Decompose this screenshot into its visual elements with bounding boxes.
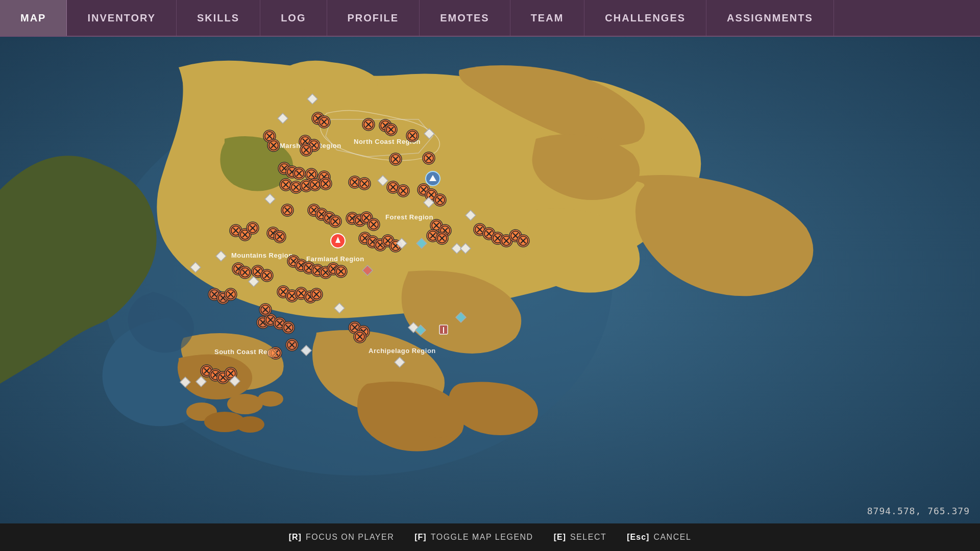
svg-point-6 <box>236 416 264 433</box>
navbar: MAP INVENTORY SKILLS LOG PROFILE EMOTES … <box>0 0 980 37</box>
svg-point-356 <box>267 348 277 358</box>
map-svg: North Coast Region Marshland Region Fore… <box>0 37 980 523</box>
svg-point-2 <box>227 394 263 414</box>
hotkey-cancel: [Esc] CANCEL <box>627 533 691 542</box>
nav-inventory[interactable]: INVENTORY <box>67 0 177 36</box>
nav-emotes[interactable]: EMOTES <box>420 0 510 36</box>
svg-text:Archipelago Region: Archipelago Region <box>369 347 436 355</box>
nav-map[interactable]: MAP <box>0 0 67 36</box>
nav-skills[interactable]: SKILLS <box>177 0 260 36</box>
svg-text:Farmland Region: Farmland Region <box>306 255 364 263</box>
nav-profile[interactable]: PROFILE <box>327 0 420 36</box>
hotkey-select: [E] SELECT <box>554 533 607 542</box>
nav-assignments[interactable]: ASSIGNMENTS <box>706 0 834 36</box>
hotkey-toggle-legend: [F] TOGGLE MAP LEGEND <box>414 533 533 542</box>
hotkey-focus-player: [R] FOCUS ON PLAYER <box>289 533 395 542</box>
bottom-bar: [R] FOCUS ON PLAYER [F] TOGGLE MAP LEGEN… <box>0 523 980 551</box>
svg-text:Forest Region: Forest Region <box>385 213 433 221</box>
svg-text:Mountains Region: Mountains Region <box>231 252 293 259</box>
map-container[interactable]: North Coast Region Marshland Region Fore… <box>0 37 980 523</box>
coordinates-display: 8794.578, 765.379 <box>867 506 970 516</box>
svg-point-3 <box>258 391 283 407</box>
nav-challenges[interactable]: CHALLENGES <box>584 0 706 36</box>
nav-team[interactable]: TEAM <box>510 0 585 36</box>
nav-log[interactable]: LOG <box>260 0 327 36</box>
